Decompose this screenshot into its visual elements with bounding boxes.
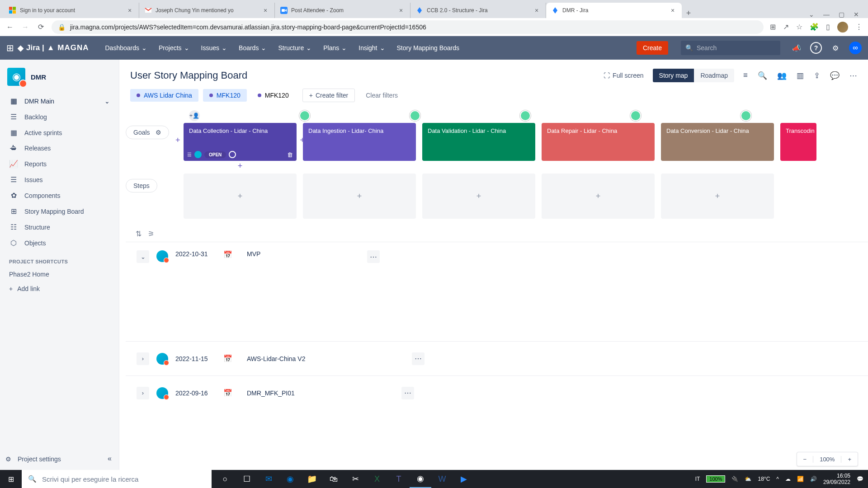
- new-tab-button[interactable]: +: [682, 9, 695, 18]
- reading-list-icon[interactable]: ▯: [826, 23, 830, 31]
- sidebar-item-objects[interactable]: ⬡Objects: [4, 235, 115, 251]
- add-step-placeholder[interactable]: +: [422, 174, 535, 219]
- nav-projects[interactable]: Projects ⌄: [154, 42, 194, 54]
- add-step-placeholder[interactable]: +: [661, 174, 774, 219]
- cortana-icon[interactable]: ○: [214, 470, 236, 488]
- chevron-down-icon[interactable]: ⌄: [809, 11, 814, 18]
- sidebar-item-structure[interactable]: ☷Structure: [4, 219, 115, 235]
- nav-dashboards[interactable]: Dashboards ⌄: [101, 42, 152, 54]
- browser-tab[interactable]: Post Attendee - Zoom ×: [275, 3, 410, 18]
- create-filter-button[interactable]: +Create filter: [302, 89, 355, 102]
- collapse-toggle[interactable]: ›: [137, 387, 149, 399]
- collapse-toggle[interactable]: ⌄: [137, 250, 149, 263]
- sidebar-item-releases[interactable]: ⛴Releases: [4, 141, 115, 156]
- release-more-icon[interactable]: ⋯: [367, 250, 380, 263]
- nav-insight[interactable]: Insight ⌄: [354, 42, 389, 54]
- browser-tab[interactable]: Sign in to your account ×: [4, 3, 139, 18]
- sidebar-item-components[interactable]: ✿Components: [4, 188, 115, 203]
- close-icon[interactable]: ×: [126, 7, 133, 14]
- sidebar-item-issues[interactable]: ☰Issues: [4, 172, 115, 188]
- release-date[interactable]: 2022-10-31: [175, 250, 216, 258]
- kebab-icon[interactable]: ⋮: [855, 23, 863, 31]
- close-icon[interactable]: ×: [669, 7, 676, 14]
- nav-issues[interactable]: Issues ⌄: [197, 42, 231, 54]
- filter-icon[interactable]: ⚞: [148, 230, 154, 238]
- calendar-icon[interactable]: 📅: [223, 354, 232, 363]
- project-header[interactable]: ◉ DMR: [4, 68, 115, 93]
- goal-card[interactable]: Data Collection - Lidar - China ☰ OPEN 🗑…: [184, 123, 297, 161]
- clock[interactable]: 16:05 29/09/2022: [823, 473, 850, 486]
- zoom-out-button[interactable]: −: [797, 456, 813, 463]
- goal-card[interactable]: Data Ingestion - Lidar- China: [303, 123, 416, 161]
- add-goal-left-icon[interactable]: +: [175, 136, 180, 145]
- maximize-icon[interactable]: ▢: [839, 11, 844, 18]
- calendar-icon[interactable]: 📅: [223, 250, 232, 259]
- assignee-avatar[interactable]: [520, 110, 531, 121]
- add-link-button[interactable]: +Add link: [4, 282, 115, 296]
- add-member-button[interactable]: +👤: [189, 110, 200, 121]
- nav-plans[interactable]: Plans ⌄: [319, 42, 351, 54]
- help-icon[interactable]: ?: [810, 42, 822, 54]
- store-icon[interactable]: 🛍: [323, 470, 344, 488]
- assignee-avatar[interactable]: [630, 110, 641, 121]
- add-step-placeholder[interactable]: +: [303, 174, 416, 219]
- search-input[interactable]: 🔍 Search: [681, 41, 780, 55]
- sidebar-main-toggle[interactable]: ▦DMR Main ⌄: [4, 93, 115, 109]
- word-icon[interactable]: W: [431, 470, 453, 488]
- teams-icon[interactable]: T: [388, 470, 410, 488]
- link-icon[interactable]: [194, 151, 202, 158]
- board-canvas[interactable]: Goals⚙ Steps +👤 + Data Collection - Lida…: [119, 107, 868, 470]
- onedrive-icon[interactable]: ☁: [785, 476, 791, 482]
- search-icon[interactable]: 🔍: [758, 71, 767, 80]
- close-icon[interactable]: ×: [397, 7, 405, 14]
- goal-card[interactable]: Transcodin: [780, 123, 816, 161]
- forward-button[interactable]: →: [21, 23, 30, 31]
- app-switcher-icon[interactable]: ⊞: [6, 42, 14, 53]
- release-more-icon[interactable]: ⋯: [412, 352, 425, 365]
- filter-chip[interactable]: AWS Lidar China: [130, 89, 198, 102]
- gear-icon[interactable]: ⚙: [828, 41, 843, 55]
- status-badge[interactable]: OPEN: [204, 151, 226, 158]
- release-name[interactable]: AWS-Lidar-China V2: [247, 355, 305, 362]
- minimize-icon[interactable]: —: [823, 11, 830, 18]
- jira-logo[interactable]: ◆Jira | ▲ MAGNA: [18, 43, 89, 53]
- tray-chevron-icon[interactable]: ^: [776, 476, 779, 482]
- goal-card[interactable]: Data Validation - Lidar - China: [422, 123, 535, 161]
- tab-storymap[interactable]: Story map: [653, 69, 694, 82]
- sidebar-item-sprints[interactable]: ▦Active sprints: [4, 125, 115, 141]
- shortcut-link[interactable]: Phase2 Home: [4, 267, 115, 282]
- edge-icon[interactable]: ◉: [279, 470, 301, 488]
- wifi-icon[interactable]: 📶: [797, 476, 804, 482]
- zoom-icon[interactable]: ▶: [453, 470, 475, 488]
- sidebar-item-storymap[interactable]: ⊞Story Mapping Board: [4, 203, 115, 219]
- browser-tab[interactable]: Joseph Chung Yin mentioned yo ×: [139, 3, 275, 18]
- close-window-icon[interactable]: ✕: [854, 11, 859, 18]
- nav-story-mapping[interactable]: Story Mapping Boards: [392, 42, 464, 54]
- subtask-icon[interactable]: ☰: [187, 152, 192, 158]
- chat-icon[interactable]: 💬: [830, 71, 840, 80]
- close-icon[interactable]: ×: [533, 7, 540, 14]
- trash-icon[interactable]: 🗑: [287, 151, 293, 158]
- collapse-toggle[interactable]: ›: [137, 352, 149, 365]
- people-icon[interactable]: 👥: [777, 71, 787, 80]
- release-name[interactable]: DMR_MFK_PI01: [247, 389, 295, 397]
- feedback-icon[interactable]: 📣: [789, 41, 804, 55]
- expand-all-icon[interactable]: ⇅: [136, 230, 142, 238]
- battery-indicator[interactable]: 100%: [706, 475, 725, 483]
- collapse-sidebar-icon[interactable]: «: [108, 455, 112, 463]
- add-below-icon[interactable]: +: [238, 161, 243, 171]
- address-bar[interactable]: 🔒 jira.magna.com/projects/AWS?selectedIt…: [52, 20, 764, 34]
- assignee-avatar[interactable]: [299, 110, 310, 121]
- release-name[interactable]: MVP: [247, 250, 260, 258]
- browser-tab[interactable]: CCB 2.0 - Structure - Jira ×: [410, 3, 546, 18]
- bookmark-icon[interactable]: ☆: [796, 23, 802, 31]
- volume-icon[interactable]: 🔊: [810, 476, 817, 482]
- power-icon[interactable]: 🔌: [731, 476, 738, 482]
- project-settings[interactable]: ⚙Project settings: [5, 455, 61, 463]
- goal-card[interactable]: Data Conversion - Lidar - China: [661, 123, 774, 161]
- zoom-in-button[interactable]: +: [841, 456, 858, 463]
- tab-roadmap[interactable]: Roadmap: [694, 69, 734, 82]
- assignee-avatar[interactable]: [410, 110, 420, 121]
- export-icon[interactable]: ⇪: [814, 71, 820, 80]
- chrome-icon[interactable]: ◉: [410, 470, 431, 488]
